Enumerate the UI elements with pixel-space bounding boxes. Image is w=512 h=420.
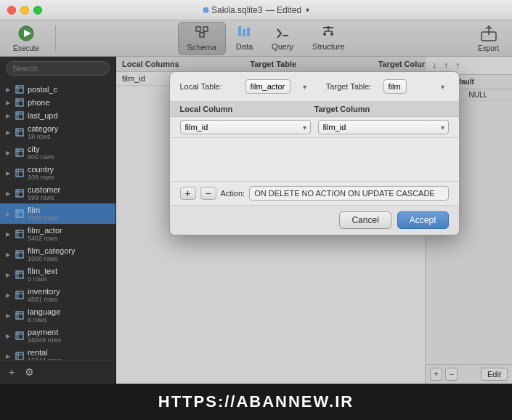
modal-col-row: film_id film_id bbox=[170, 117, 459, 138]
expand-icon: ▶ bbox=[6, 353, 10, 360]
sidebar-item-city[interactable]: ▶ city 800 rows bbox=[0, 142, 115, 163]
sidebar-item-info: phone bbox=[28, 98, 110, 107]
local-col-select-wrap: film_id bbox=[180, 120, 311, 134]
accept-button[interactable]: Accept bbox=[397, 211, 449, 229]
sidebar-item-customer[interactable]: ▶ customer 599 rows bbox=[0, 183, 115, 203]
sidebar-item-film_text[interactable]: ▶ film_text 0 rows bbox=[0, 264, 115, 285]
local-col-select[interactable]: film_id bbox=[180, 120, 311, 134]
sidebar-item-info: payment 16049 rows bbox=[28, 328, 110, 344]
add-table-button[interactable]: + bbox=[6, 365, 17, 379]
sidebar-item-info: film 1000 rows bbox=[28, 206, 110, 222]
table-icon bbox=[15, 85, 25, 94]
sidebar-item-film[interactable]: ▶ film 1000 rows bbox=[0, 203, 115, 224]
modal-remove-column-btn[interactable]: − bbox=[200, 187, 216, 200]
tab-schema[interactable]: Schema bbox=[178, 22, 226, 55]
target-table-select[interactable]: film bbox=[383, 79, 407, 94]
search-input[interactable] bbox=[6, 61, 110, 76]
sidebar-item-language[interactable]: ▶ language 6 rows bbox=[0, 305, 115, 326]
sidebar-item-rows: 4581 rows bbox=[28, 296, 110, 303]
table-icon bbox=[15, 148, 25, 157]
minimize-button[interactable] bbox=[20, 6, 29, 15]
expand-icon: ▶ bbox=[6, 211, 10, 217]
sidebar-item-name: last_upd bbox=[28, 111, 110, 120]
svg-rect-7 bbox=[238, 26, 241, 36]
table-icon bbox=[15, 311, 25, 320]
modal-overlay: Local Table: film_actor Target Table: fi… bbox=[116, 57, 512, 384]
sidebar-item-film_category[interactable]: ▶ film_category 1000 rows bbox=[0, 244, 115, 264]
sidebar-item-last_upd[interactable]: ▶ last_upd bbox=[0, 109, 115, 122]
cancel-button[interactable]: Cancel bbox=[339, 211, 391, 229]
edited-label: — Edited bbox=[266, 5, 301, 15]
sidebar-item-name: postal_c bbox=[28, 85, 110, 94]
target-col-header: Target Column bbox=[314, 105, 449, 113]
sidebar-item-category[interactable]: ▶ category 18 rows bbox=[0, 122, 115, 142]
local-table-select[interactable]: film_actor bbox=[245, 79, 290, 94]
sidebar: ▶ postal_c ▶ bbox=[0, 57, 116, 384]
target-col-select[interactable]: film_id bbox=[318, 120, 449, 134]
settings-icon[interactable]: ⚙ bbox=[22, 365, 37, 379]
export-button[interactable]: Export bbox=[472, 22, 505, 55]
svg-rect-32 bbox=[16, 149, 23, 156]
sidebar-item-name: country bbox=[28, 165, 110, 174]
sidebar-item-film_actor[interactable]: ▶ film_actor 5462 rows bbox=[0, 224, 115, 244]
watermark: HTTPS://ABANNEW.IR bbox=[0, 384, 512, 420]
table-icon bbox=[15, 111, 25, 120]
local-col-header: Local Column bbox=[180, 105, 314, 113]
sidebar-item-info: film_actor 5462 rows bbox=[28, 226, 110, 242]
sidebar-item-name: film_category bbox=[28, 246, 110, 255]
svg-rect-62 bbox=[16, 352, 23, 360]
sidebar-item-rental[interactable]: ▶ rental 16044 rows bbox=[0, 346, 115, 360]
sidebar-item-country[interactable]: ▶ country 109 rows bbox=[0, 163, 115, 183]
tab-data[interactable]: Data bbox=[227, 22, 261, 55]
chevron-down-icon[interactable]: ▾ bbox=[306, 6, 309, 14]
data-icon bbox=[237, 25, 251, 41]
table-icon bbox=[15, 189, 25, 198]
toolbar-tabs: Schema Data Query bbox=[66, 22, 465, 55]
sidebar-footer: + ⚙ bbox=[0, 360, 115, 384]
expand-icon: ▶ bbox=[6, 100, 10, 106]
structure-label: Structure bbox=[312, 42, 345, 51]
sidebar-item-payment[interactable]: ▶ payment 16049 rows bbox=[0, 326, 115, 346]
sidebar-item-rows: 0 rows bbox=[28, 275, 110, 283]
expand-icon: ▶ bbox=[6, 170, 10, 177]
sidebar-item-info: customer 599 rows bbox=[28, 185, 110, 201]
table-icon bbox=[15, 352, 25, 360]
filename-label: Sakila.sqlite3 bbox=[211, 5, 263, 15]
foreign-key-modal: Local Table: film_actor Target Table: fi… bbox=[169, 71, 460, 235]
table-icon bbox=[15, 98, 25, 107]
close-button[interactable] bbox=[7, 6, 16, 15]
svg-rect-41 bbox=[16, 210, 23, 217]
main-area: ▶ postal_c ▶ bbox=[0, 57, 512, 384]
expand-icon: ▶ bbox=[6, 129, 10, 136]
tab-query[interactable]: Query bbox=[263, 22, 302, 55]
sidebar-item-inventory[interactable]: ▶ inventory 4581 rows bbox=[0, 285, 115, 305]
svg-rect-2 bbox=[196, 27, 200, 31]
sidebar-item-info: film_category 1000 rows bbox=[28, 246, 110, 262]
sidebar-item-postal_c[interactable]: ▶ postal_c bbox=[0, 83, 115, 96]
table-icon bbox=[15, 291, 25, 299]
sidebar-item-rows: 6 rows bbox=[28, 316, 110, 323]
svg-rect-3 bbox=[203, 27, 208, 31]
modal-buttons-row: Cancel Accept bbox=[170, 206, 459, 235]
modal-columns-header: Local Column Target Column bbox=[170, 102, 459, 117]
modal-add-column-btn[interactable]: + bbox=[180, 187, 196, 200]
action-label: Action: bbox=[221, 189, 245, 198]
sidebar-item-phone[interactable]: ▶ phone bbox=[0, 96, 115, 109]
title-dot bbox=[203, 7, 208, 13]
svg-rect-8 bbox=[243, 29, 245, 36]
svg-rect-56 bbox=[16, 312, 23, 319]
toolbar-separator bbox=[55, 25, 56, 52]
maximize-button[interactable] bbox=[33, 6, 42, 15]
svg-rect-38 bbox=[16, 190, 23, 197]
modal-empty-rows bbox=[170, 138, 459, 182]
export-label: Export bbox=[478, 44, 499, 52]
sidebar-item-name: payment bbox=[28, 328, 110, 336]
execute-button[interactable]: Execute bbox=[7, 22, 45, 55]
svg-rect-23 bbox=[16, 99, 23, 106]
sidebar-item-rows: 1000 rows bbox=[28, 255, 110, 262]
table-icon bbox=[15, 209, 25, 218]
tab-structure[interactable]: Structure bbox=[304, 22, 354, 55]
sidebar-item-info: rental 16044 rows bbox=[28, 348, 110, 360]
svg-point-18 bbox=[330, 33, 333, 36]
svg-rect-53 bbox=[16, 291, 23, 299]
